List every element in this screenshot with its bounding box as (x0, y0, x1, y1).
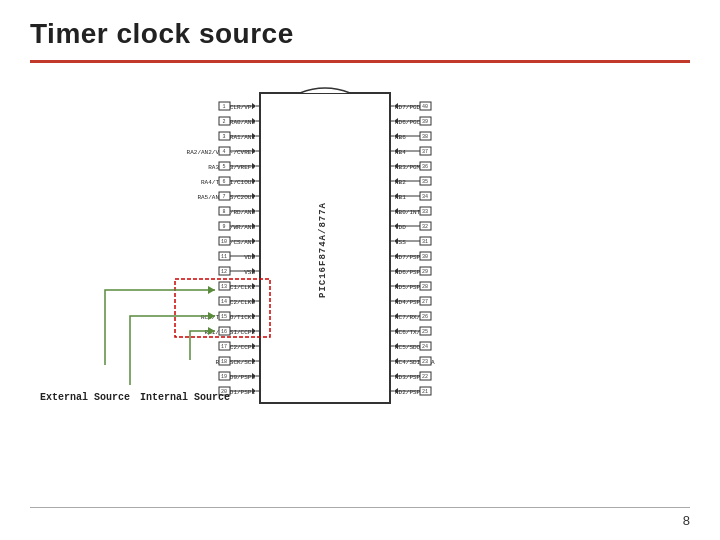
svg-text:36: 36 (422, 164, 428, 170)
svg-text:RD1/PSP1: RD1/PSP1 (226, 389, 255, 396)
svg-text:PIC16F874A/877A: PIC16F874A/877A (318, 201, 328, 297)
chip-diagram-svg: PIC16F874A/877A MCLR/VPP 1 RA0/AN0 2 (30, 75, 690, 450)
svg-text:3: 3 (222, 134, 225, 140)
svg-text:14: 14 (221, 299, 227, 305)
svg-text:37: 37 (422, 149, 428, 155)
svg-text:21: 21 (422, 389, 428, 395)
svg-text:RA0/AN0: RA0/AN0 (230, 119, 256, 126)
svg-text:16: 16 (221, 329, 227, 335)
svg-text:RC2/CCP1: RC2/CCP1 (226, 344, 255, 351)
svg-text:4: 4 (222, 149, 225, 155)
bottom-divider (30, 507, 690, 508)
svg-text:8: 8 (222, 209, 225, 215)
svg-text:39: 39 (422, 119, 428, 125)
svg-text:17: 17 (221, 344, 227, 350)
svg-text:29: 29 (422, 269, 428, 275)
svg-text:2: 2 (222, 119, 225, 125)
slide: Timer clock source PIC16F874A/877A MCLR/… (0, 0, 720, 540)
svg-text:35: 35 (422, 179, 428, 185)
page-number: 8 (683, 513, 690, 528)
svg-text:RD6/PGC: RD6/PGC (395, 119, 421, 126)
svg-text:34: 34 (422, 194, 428, 200)
svg-text:RD7/PGD: RD7/PGD (395, 104, 421, 111)
diagram-container: PIC16F874A/877A MCLR/VPP 1 RA0/AN0 2 (30, 77, 690, 447)
svg-text:31: 31 (422, 239, 428, 245)
svg-text:25: 25 (422, 329, 428, 335)
svg-text:19: 19 (221, 374, 227, 380)
svg-text:30: 30 (422, 254, 428, 260)
svg-text:External Source: External Source (40, 392, 130, 403)
svg-text:22: 22 (422, 374, 428, 380)
svg-text:40: 40 (422, 104, 428, 110)
top-divider (30, 60, 690, 63)
svg-text:38: 38 (422, 134, 428, 140)
svg-text:5: 5 (222, 164, 225, 170)
svg-text:12: 12 (221, 269, 227, 275)
svg-text:26: 26 (422, 314, 428, 320)
svg-text:RB0/INT: RB0/INT (395, 209, 421, 216)
svg-text:RC5/SDO: RC5/SDO (395, 344, 421, 351)
svg-text:15: 15 (221, 314, 227, 320)
svg-text:32: 32 (422, 224, 428, 230)
svg-text:RA3/AN3/VREF+: RA3/AN3/VREF+ (208, 164, 255, 171)
svg-text:7: 7 (222, 194, 225, 200)
svg-text:18: 18 (221, 359, 227, 365)
slide-title: Timer clock source (30, 18, 690, 50)
svg-text:1: 1 (222, 104, 225, 110)
svg-text:10: 10 (221, 239, 227, 245)
svg-text:23: 23 (422, 359, 428, 365)
svg-text:33: 33 (422, 209, 428, 215)
svg-text:28: 28 (422, 284, 428, 290)
svg-text:24: 24 (422, 344, 428, 350)
svg-text:27: 27 (422, 299, 428, 305)
svg-marker-243 (208, 286, 215, 294)
svg-text:Internal Source: Internal Source (140, 392, 230, 403)
svg-text:RD0/PSP0: RD0/PSP0 (226, 374, 255, 381)
svg-text:11: 11 (221, 254, 227, 260)
svg-text:RB3/PGM: RB3/PGM (395, 164, 421, 171)
svg-text:9: 9 (222, 224, 225, 230)
svg-text:6: 6 (222, 179, 225, 185)
svg-text:13: 13 (221, 284, 227, 290)
svg-text:RA1/AN1: RA1/AN1 (230, 134, 256, 141)
svg-text:MCLR/VPP: MCLR/VPP (226, 104, 255, 111)
content-area: PIC16F874A/877A MCLR/VPP 1 RA0/AN0 2 (30, 77, 690, 447)
